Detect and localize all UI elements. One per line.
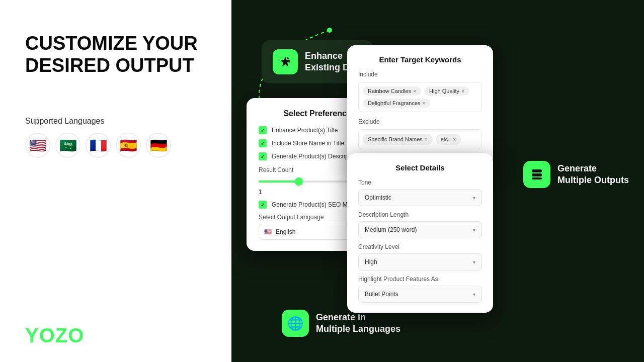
highlight-label: Highlight Product Features As: bbox=[358, 276, 482, 283]
creativity-level-label: Creativity Level bbox=[358, 243, 482, 250]
tag-delightful-fragrances-text: Delightful Fragrances bbox=[368, 100, 421, 106]
creativity-level-value: High bbox=[365, 258, 377, 265]
tag-high-quality[interactable]: High Quality × bbox=[424, 86, 469, 96]
tone-arrow: ▾ bbox=[473, 195, 475, 201]
checkbox-seo-box[interactable] bbox=[259, 201, 267, 209]
exclude-label: Exclude bbox=[358, 118, 482, 125]
dot-top bbox=[327, 28, 332, 33]
slider-thumb[interactable] bbox=[295, 177, 303, 186]
description-length-arrow: ▾ bbox=[473, 227, 475, 233]
right-panel: Enhance Existing Date Select Preferences… bbox=[231, 0, 644, 362]
generate-lang-text: Generate in Multiple Languages bbox=[316, 312, 400, 335]
tone-value: Optimistic bbox=[365, 194, 391, 201]
creativity-level-select[interactable]: High ▾ bbox=[358, 253, 482, 270]
flag-de: 🇩🇪 bbox=[146, 133, 171, 158]
flag-us: 🇺🇸 bbox=[25, 133, 50, 158]
flag-fr: 🇫🇷 bbox=[86, 133, 111, 158]
supported-languages-label: Supported Languages bbox=[25, 117, 206, 126]
checkbox-store-name-label: Include Store Name in Title bbox=[272, 140, 344, 147]
yozo-logo: YOZO bbox=[25, 324, 84, 347]
tone-label: Tone bbox=[358, 179, 482, 186]
left-panel: CUSTOMIZE YOUR DESIRED OUTPUT Supported … bbox=[0, 0, 231, 362]
tag-rainbow-candles[interactable]: Rainbow Candles × bbox=[363, 86, 421, 96]
creativity-level-arrow: ▾ bbox=[473, 259, 475, 265]
highlight-select[interactable]: Bullet Points ▾ bbox=[358, 286, 482, 303]
details-card: Select Details Tone Optimistic ▾ Descrip… bbox=[347, 153, 493, 313]
include-label: Include bbox=[358, 71, 482, 78]
checkbox-description-label: Generate Product(s) Description bbox=[272, 153, 358, 160]
tag-etc[interactable]: etc.. × bbox=[436, 134, 461, 145]
tag-delightful-fragrances[interactable]: Delightful Fragrances × bbox=[363, 99, 430, 108]
description-length-value: Medium (250 word) bbox=[365, 226, 417, 233]
tag-specific-brand-text: Specific Brand Names bbox=[368, 136, 423, 142]
tag-delightful-fragrances-remove[interactable]: × bbox=[423, 101, 426, 106]
keywords-card: Enter Target Keywords Include Rainbow Ca… bbox=[347, 45, 493, 165]
generate-outputs-icon bbox=[523, 161, 550, 188]
tag-rainbow-candles-text: Rainbow Candles bbox=[368, 88, 411, 94]
highlight-value: Bullet Points bbox=[365, 291, 398, 298]
details-title: Select Details bbox=[358, 163, 482, 172]
tag-high-quality-remove[interactable]: × bbox=[461, 88, 464, 94]
description-length-label: Description Length bbox=[358, 211, 482, 218]
language-value: English bbox=[276, 228, 295, 235]
highlight-arrow: ▾ bbox=[473, 292, 475, 297]
flag-sa: 🇸🇦 bbox=[55, 133, 80, 158]
svg-point-0 bbox=[287, 57, 289, 59]
svg-rect-3 bbox=[532, 173, 542, 176]
checkbox-enhance-title-label: Enhance Product(s) Title bbox=[272, 127, 338, 134]
tone-select[interactable]: Optimistic ▾ bbox=[358, 189, 482, 206]
flag-es: 🇪🇸 bbox=[116, 133, 141, 158]
tag-rainbow-candles-remove[interactable]: × bbox=[413, 88, 416, 94]
svg-rect-4 bbox=[532, 177, 542, 179]
checkbox-store-name-box[interactable] bbox=[259, 139, 267, 147]
tag-etc-text: etc.. bbox=[441, 136, 451, 142]
checkbox-enhance-title-box[interactable] bbox=[259, 126, 267, 134]
include-tags-container: Rainbow Candles × High Quality × Delight… bbox=[358, 82, 482, 112]
tag-specific-brand-remove[interactable]: × bbox=[425, 137, 428, 142]
enhance-icon bbox=[273, 49, 298, 74]
main-title: CUSTOMIZE YOUR DESIRED OUTPUT bbox=[25, 33, 206, 76]
language-flags: 🇺🇸 🇸🇦 🇫🇷 🇪🇸 🇩🇪 bbox=[25, 133, 206, 158]
description-length-select[interactable]: Medium (250 word) ▾ bbox=[358, 221, 482, 238]
generate-lang-icon: 🌐 bbox=[282, 310, 309, 337]
svg-rect-2 bbox=[532, 169, 542, 172]
tag-specific-brand[interactable]: Specific Brand Names × bbox=[363, 134, 433, 145]
tag-etc-remove[interactable]: × bbox=[453, 137, 456, 142]
keywords-title: Enter Target Keywords bbox=[358, 55, 482, 64]
svg-point-1 bbox=[289, 61, 290, 63]
generate-lang-card: 🌐 Generate in Multiple Languages bbox=[282, 310, 400, 337]
tag-high-quality-text: High Quality bbox=[429, 88, 459, 94]
checkbox-description-box[interactable] bbox=[259, 152, 267, 160]
generate-outputs-card: Generate Multiple Outputs bbox=[523, 161, 629, 188]
generate-outputs-text: Generate Multiple Outputs bbox=[557, 163, 629, 187]
exclude-tags-container: Specific Brand Names × etc.. × bbox=[358, 129, 482, 149]
supported-languages-section: Supported Languages 🇺🇸 🇸🇦 🇫🇷 🇪🇸 🇩🇪 bbox=[25, 117, 206, 158]
flag-english: 🇺🇸 bbox=[264, 228, 272, 235]
